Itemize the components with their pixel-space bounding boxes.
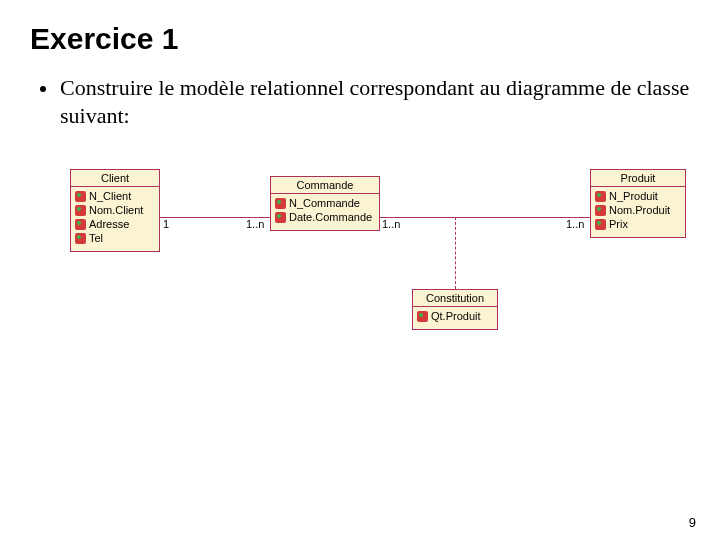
attr-label: N_Client [89, 189, 131, 203]
attr-row: Tel [75, 231, 155, 245]
attr-label: Tel [89, 231, 103, 245]
attr-icon [75, 219, 86, 230]
bullet-dot-icon [40, 86, 46, 92]
multiplicity: 1..n [382, 218, 400, 230]
multiplicity: 1..n [566, 218, 584, 230]
class-produit: Produit N_Produit Nom.Produit Prix [590, 169, 686, 238]
attr-icon [275, 212, 286, 223]
attr-row: Date.Commande [275, 210, 375, 224]
slide: Exercice 1 Construire le modèle relation… [0, 0, 720, 540]
class-client: Client N_Client Nom.Client Adresse Tel [70, 169, 160, 252]
attr-icon [595, 191, 606, 202]
attr-row: N_Client [75, 189, 155, 203]
attr-icon [275, 198, 286, 209]
multiplicity: 1 [163, 218, 169, 230]
bullet-text: Construire le modèle relationnel corresp… [60, 74, 690, 129]
bullet-item: Construire le modèle relationnel corresp… [40, 74, 690, 129]
attr-icon [595, 205, 606, 216]
attr-label: Prix [609, 217, 628, 231]
class-attrs: N_Commande Date.Commande [271, 194, 379, 230]
attr-label: Adresse [89, 217, 129, 231]
attr-row: Adresse [75, 217, 155, 231]
association-dashed-line [455, 217, 456, 289]
attr-icon [595, 219, 606, 230]
attr-icon [75, 233, 86, 244]
attr-label: Nom.Client [89, 203, 143, 217]
attr-label: N_Produit [609, 189, 658, 203]
association-line [380, 217, 590, 218]
attr-label: N_Commande [289, 196, 360, 210]
uml-diagram: Client N_Client Nom.Client Adresse Tel C… [50, 169, 690, 399]
attr-label: Nom.Produit [609, 203, 670, 217]
attr-label: Date.Commande [289, 210, 372, 224]
attr-row: N_Commande [275, 196, 375, 210]
multiplicity: 1..n [246, 218, 264, 230]
class-attrs: N_Produit Nom.Produit Prix [591, 187, 685, 237]
class-commande: Commande N_Commande Date.Commande [270, 176, 380, 231]
class-attrs: Qt.Produit [413, 307, 497, 329]
class-title: Client [71, 170, 159, 187]
attr-icon [417, 311, 428, 322]
class-title: Produit [591, 170, 685, 187]
class-title: Constitution [413, 290, 497, 307]
page-number: 9 [689, 515, 696, 530]
attr-row: Qt.Produit [417, 309, 493, 323]
attr-row: Prix [595, 217, 681, 231]
attr-row: Nom.Client [75, 203, 155, 217]
attr-icon [75, 205, 86, 216]
class-attrs: N_Client Nom.Client Adresse Tel [71, 187, 159, 251]
class-constitution: Constitution Qt.Produit [412, 289, 498, 330]
page-title: Exercice 1 [30, 22, 690, 56]
attr-row: Nom.Produit [595, 203, 681, 217]
class-title: Commande [271, 177, 379, 194]
attr-label: Qt.Produit [431, 309, 481, 323]
attr-icon [75, 191, 86, 202]
attr-row: N_Produit [595, 189, 681, 203]
